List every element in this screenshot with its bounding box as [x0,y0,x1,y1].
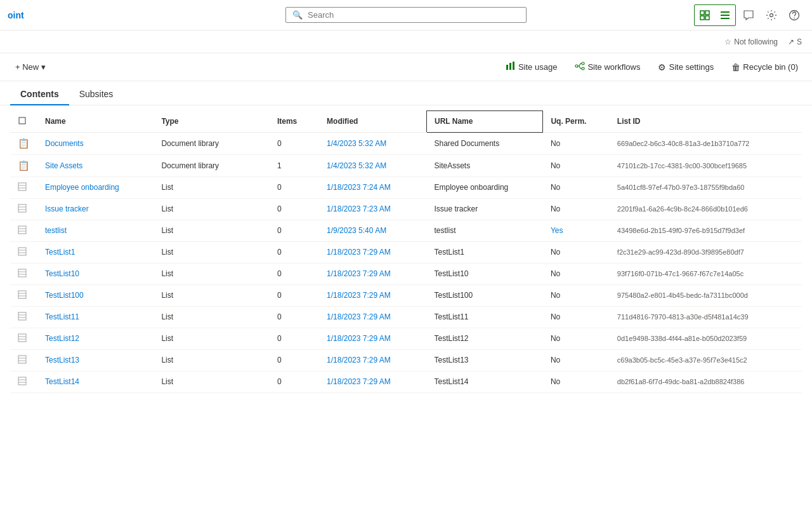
row-modified: 1/18/2023 7:29 AM [319,349,426,371]
row-name[interactable]: TestList14 [37,371,154,392]
tab-contents[interactable]: Contents [10,84,69,105]
row-name[interactable]: TestList1 [37,241,154,263]
svg-rect-1 [705,11,709,15]
svg-rect-17 [18,183,26,190]
row-type: List [154,284,269,306]
row-type: List [154,349,269,371]
row-items: 0 [270,198,319,220]
comment-icon-button[interactable] [738,5,759,25]
svg-rect-44 [18,377,26,385]
row-icon-cell: 📋 [10,132,37,154]
row-list-id: 975480a2-e801-4b45-bedc-fa7311bc000d [610,284,802,306]
list-icon [18,312,27,323]
site-usage-icon [506,61,516,73]
row-icon-cell [10,328,37,349]
svg-rect-3 [705,16,709,20]
col-header-type[interactable]: Type [154,111,269,133]
col-header-uq-perm[interactable]: Uq. Perm. [543,111,610,133]
row-modified: 1/9/2023 5:40 AM [319,220,426,241]
svg-rect-23 [18,226,26,234]
site-settings-label: Site settings [669,62,714,72]
table-row: Issue trackerList01/18/2023 7:23 AMIssue… [10,198,802,220]
row-items: 0 [270,349,319,371]
table-row: TestList11List01/18/2023 7:29 AMTestList… [10,306,802,328]
row-url-name: Shared Documents [426,132,542,154]
row-list-id: 47101c2b-17cc-4381-9c00-300bcef19685 [610,154,802,177]
row-url-name: TestList10 [426,263,542,284]
row-list-id: 669a0ec2-b6c3-40c8-81a3-de1b3710a772 [610,132,802,154]
row-modified: 1/18/2023 7:29 AM [319,328,426,349]
new-label: + New [15,62,39,72]
row-name[interactable]: Employee onboarding [37,177,154,198]
list-view-button[interactable] [715,5,735,25]
help-icon-button[interactable] [784,5,804,25]
row-name[interactable]: testlist [37,220,154,241]
site-usage-button[interactable]: Site usage [502,58,561,76]
site-settings-icon: ⚙ [658,62,666,72]
row-list-id: 43498e6d-2b15-49f0-97e6-b915d7f9d3ef [610,220,802,241]
col-header-items[interactable]: Items [270,111,319,133]
svg-point-13 [575,65,578,67]
row-name[interactable]: TestList12 [37,328,154,349]
header: oint 🔍 [0,0,812,30]
settings-icon-button[interactable] [761,5,782,25]
row-modified: 1/18/2023 7:29 AM [319,371,426,392]
search-input[interactable] [308,10,520,20]
row-name[interactable]: Documents [37,132,154,154]
row-type: Document library [154,132,269,154]
not-following-button[interactable]: ☆ Not following [724,37,778,46]
col-header-name[interactable]: Name [37,111,154,133]
table-header-row: Name Type Items Modified URL Name Uq. Pe… [10,111,802,133]
col-header-list-id[interactable]: List ID [610,111,802,133]
share-button[interactable]: ↗ S [788,37,802,46]
row-url-name: TestList1 [426,241,542,263]
col-header-modified[interactable]: Modified [319,111,426,133]
table-row: TestList13List01/18/2023 7:29 AMTestList… [10,349,802,371]
row-icon-cell [10,198,37,220]
svg-rect-11 [509,63,511,70]
col-header-icon[interactable] [10,111,37,133]
content-area: Name Type Items Modified URL Name Uq. Pe… [0,110,812,393]
tab-subsites[interactable]: Subsites [69,84,124,105]
svg-rect-5 [721,15,730,16]
row-url-name: TestList14 [426,371,542,392]
row-uq-perm: No [543,328,610,349]
col-header-url-name[interactable]: URL Name [426,111,542,133]
row-list-id: 0d1e9498-338d-4f44-a81e-b050d2023f59 [610,328,802,349]
row-type: List [154,220,269,241]
list-icon [18,269,27,279]
row-modified: 1/18/2023 7:23 AM [319,198,426,220]
grid-view-button[interactable] [695,5,715,25]
svg-rect-41 [18,356,26,363]
row-type: List [154,263,269,284]
site-workflows-label: Site workflows [587,62,640,72]
list-icon [18,291,27,301]
row-name[interactable]: TestList100 [37,284,154,306]
row-name[interactable]: TestList13 [37,349,154,371]
header-actions [694,4,804,26]
svg-point-15 [582,67,584,70]
row-name[interactable]: Issue tracker [37,198,154,220]
not-following-label: Not following [734,37,778,46]
site-workflows-button[interactable]: Site workflows [571,58,644,76]
row-name[interactable]: Site Assets [37,154,154,177]
row-name[interactable]: TestList10 [37,263,154,284]
recycle-bin-button[interactable]: 🗑 Recycle bin (0) [728,60,802,75]
row-uq-perm: Yes [543,220,610,241]
row-icon-cell [10,349,37,371]
items-table: Name Type Items Modified URL Name Uq. Pe… [10,110,802,393]
row-items: 0 [270,284,319,306]
new-button[interactable]: + New ▾ [10,60,51,74]
row-items: 0 [270,371,319,392]
svg-point-7 [770,13,773,17]
list-icon [18,204,27,215]
row-icon-cell [10,220,37,241]
row-name[interactable]: TestList11 [37,306,154,328]
site-settings-button[interactable]: ⚙ Site settings [654,60,717,75]
share-label: S [797,37,802,46]
row-type: List [154,198,269,220]
row-uq-perm: No [543,177,610,198]
row-icon-cell [10,371,37,392]
row-type: List [154,371,269,392]
row-modified: 1/4/2023 5:32 AM [319,132,426,154]
